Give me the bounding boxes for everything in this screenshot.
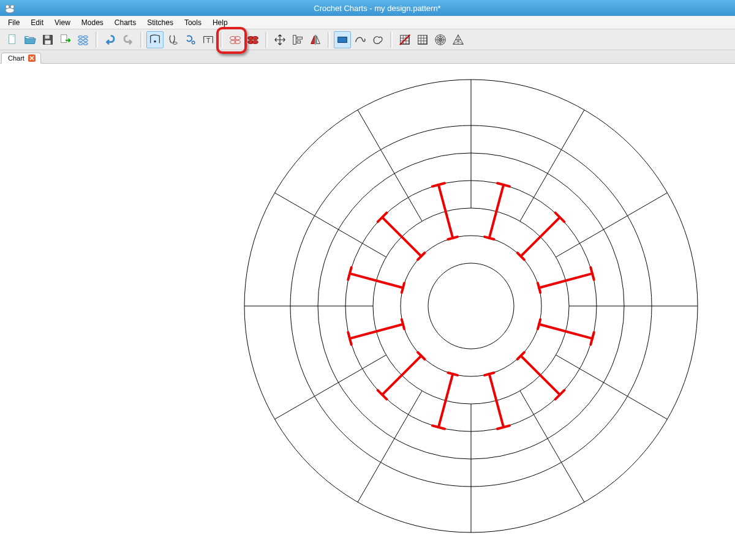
menu-help[interactable]: Help (207, 17, 233, 28)
svg-line-45 (520, 110, 584, 222)
svg-line-73 (497, 425, 510, 428)
color-bg-button[interactable] (244, 31, 262, 48)
menu-tools[interactable]: Tools (179, 17, 207, 28)
svg-line-62 (539, 274, 592, 288)
svg-point-1 (6, 5, 9, 9)
menu-view[interactable]: View (49, 17, 76, 28)
svg-rect-29 (338, 37, 347, 42)
open-file-button[interactable] (21, 31, 39, 48)
svg-line-80 (350, 324, 403, 338)
titlebar: Crochet Charts - my design.pattern* (0, 0, 735, 16)
undo-button[interactable] (102, 31, 119, 48)
new-file-button[interactable] (4, 31, 21, 48)
svg-point-12 (78, 42, 83, 45)
svg-rect-5 (45, 35, 49, 39)
svg-line-57 (484, 237, 494, 239)
svg-line-59 (521, 217, 560, 256)
selection-tool-button[interactable] (146, 31, 164, 48)
svg-line-81 (402, 319, 404, 329)
export-file-button[interactable] (57, 31, 74, 48)
window-title: Crochet Charts - my design.pattern* (20, 4, 735, 13)
svg-point-16 (192, 41, 195, 44)
svg-line-84 (402, 283, 404, 293)
svg-line-48 (556, 355, 668, 419)
svg-line-75 (448, 373, 458, 375)
svg-point-25 (252, 40, 258, 43)
svg-point-10 (78, 39, 83, 42)
svg-line-77 (382, 356, 421, 395)
svg-line-52 (275, 355, 386, 419)
svg-line-66 (538, 319, 540, 329)
svg-line-76 (432, 425, 445, 428)
custom-stitch-tool-button[interactable] (182, 31, 199, 48)
svg-text:T: T (206, 36, 211, 43)
svg-line-51 (358, 391, 422, 502)
svg-point-23 (252, 36, 258, 40)
svg-point-13 (83, 42, 88, 45)
move-tool-button[interactable] (271, 31, 288, 48)
menu-edit[interactable]: Edit (25, 17, 49, 28)
svg-line-31 (400, 34, 410, 45)
align-tool-button[interactable] (289, 31, 306, 48)
svg-line-65 (539, 324, 592, 338)
svg-line-74 (439, 374, 453, 427)
mirror-tool-button[interactable] (307, 31, 324, 48)
svg-rect-7 (61, 34, 67, 42)
svg-point-37 (428, 263, 514, 349)
svg-rect-28 (297, 40, 301, 43)
svg-point-14 (154, 40, 156, 42)
menubar: File Edit View Modes Charts Stitches Too… (0, 16, 735, 29)
menu-modes[interactable]: Modes (76, 17, 109, 28)
svg-rect-26 (293, 35, 296, 44)
text-tool-button[interactable]: T (200, 31, 217, 48)
svg-point-2 (10, 5, 14, 9)
stitch-list-button[interactable] (75, 31, 92, 48)
svg-line-86 (382, 217, 421, 256)
svg-point-11 (83, 39, 88, 42)
svg-line-46 (556, 193, 668, 257)
save-file-button[interactable] (39, 31, 56, 48)
svg-rect-32 (418, 35, 428, 44)
redo-button[interactable] (119, 31, 137, 48)
shape-tool-button[interactable] (369, 31, 386, 48)
svg-line-71 (489, 374, 503, 427)
grid-show-button[interactable] (414, 31, 431, 48)
tabbar: Chart (0, 50, 735, 64)
menu-charts[interactable]: Charts (109, 17, 141, 28)
svg-rect-6 (45, 40, 50, 43)
svg-point-9 (83, 35, 88, 38)
svg-point-8 (78, 35, 83, 38)
svg-line-90 (448, 237, 458, 239)
fill-color-tool-button[interactable] (334, 31, 351, 48)
svg-line-58 (497, 183, 510, 186)
svg-line-49 (520, 391, 584, 502)
tab-label: Chart (8, 54, 24, 62)
svg-line-91 (432, 183, 445, 186)
close-icon[interactable] (28, 54, 36, 62)
svg-line-64 (590, 267, 594, 280)
toolbar: T (0, 29, 735, 50)
svg-line-55 (358, 110, 422, 222)
svg-line-67 (590, 332, 594, 345)
svg-line-63 (538, 283, 540, 293)
polar-grid-button[interactable] (432, 31, 449, 48)
svg-line-83 (350, 274, 403, 288)
svg-line-85 (348, 267, 351, 280)
color-fg-button[interactable] (227, 31, 244, 48)
svg-line-54 (275, 193, 386, 257)
menu-file[interactable]: File (2, 17, 25, 28)
svg-rect-27 (297, 37, 302, 39)
menu-stitches[interactable]: Stitches (141, 17, 179, 28)
chart-canvas[interactable] (0, 64, 735, 560)
grid-toggle-button[interactable] (396, 31, 413, 48)
svg-line-56 (489, 185, 503, 238)
stitch-tool-button[interactable] (164, 31, 181, 48)
svg-line-89 (439, 185, 453, 238)
svg-line-72 (484, 373, 494, 375)
curve-tool-button[interactable] (352, 31, 369, 48)
tab-chart[interactable]: Chart (1, 53, 41, 64)
svg-point-15 (173, 42, 177, 44)
svg-line-82 (348, 332, 351, 345)
svg-line-68 (521, 356, 560, 395)
triangle-grid-button[interactable] (450, 31, 467, 48)
